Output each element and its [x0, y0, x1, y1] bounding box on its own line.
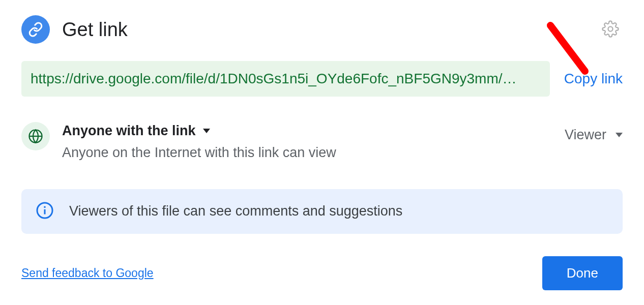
link-icon — [21, 15, 50, 44]
info-banner: Viewers of this file can see comments an… — [21, 189, 623, 234]
dialog-title: Get link — [62, 19, 586, 41]
url-row: https://drive.google.com/file/d/1DN0sGs1… — [21, 61, 623, 97]
info-text: Viewers of this file can see comments an… — [69, 203, 402, 219]
settings-button[interactable] — [598, 17, 623, 42]
info-icon — [36, 201, 54, 222]
scope-description: Anyone on the Internet with this link ca… — [62, 145, 552, 161]
dialog-header: Get link — [21, 15, 623, 44]
scope-row: Anyone with the link Anyone on the Inter… — [21, 122, 623, 161]
copy-link-button[interactable]: Copy link — [564, 68, 623, 90]
gear-icon — [602, 20, 619, 39]
done-button[interactable]: Done — [542, 256, 623, 290]
share-url-field[interactable]: https://drive.google.com/file/d/1DN0sGs1… — [21, 61, 550, 97]
scope-column: Anyone with the link Anyone on the Inter… — [62, 122, 552, 161]
chevron-down-icon — [203, 129, 210, 133]
feedback-link[interactable]: Send feedback to Google — [21, 266, 154, 280]
svg-point-1 — [608, 26, 612, 31]
share-dialog: Get link https://drive.google.com/file/d… — [0, 0, 644, 305]
svg-point-5 — [44, 206, 46, 208]
role-select-label: Viewer — [565, 127, 606, 143]
scope-select[interactable]: Anyone with the link — [62, 122, 210, 142]
scope-select-label: Anyone with the link — [62, 123, 196, 139]
globe-icon — [21, 122, 50, 150]
role-select[interactable]: Viewer — [565, 124, 623, 146]
dialog-footer: Send feedback to Google Done — [21, 256, 623, 290]
chevron-down-icon — [616, 133, 623, 137]
